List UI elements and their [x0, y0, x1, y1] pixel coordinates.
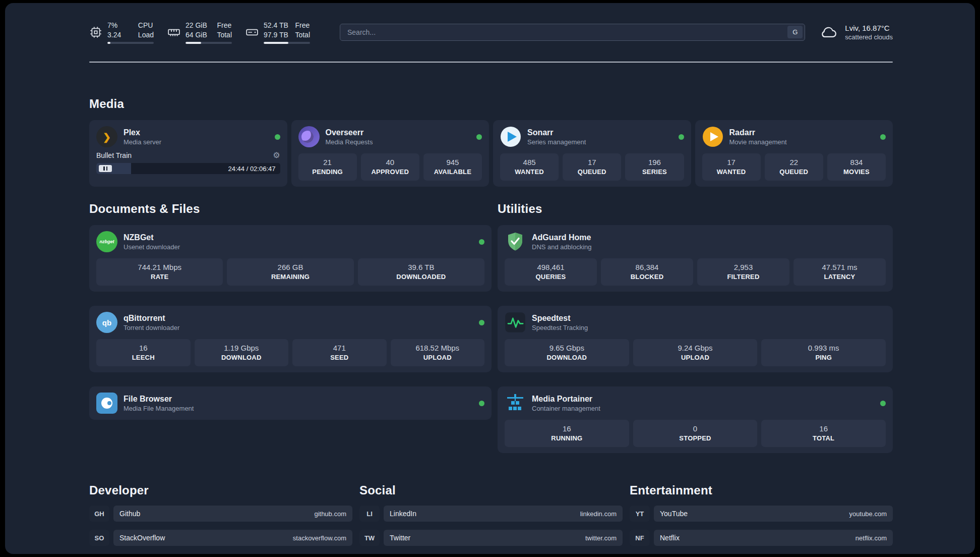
- stat-label: RUNNING: [507, 434, 627, 442]
- playback-progressbar[interactable]: 24:44 / 02:06:47: [96, 163, 280, 174]
- link-netflix[interactable]: NF Netflix netflix.com: [630, 530, 893, 546]
- stat-label: QUEUED: [565, 168, 619, 176]
- pause-button[interactable]: [99, 165, 112, 172]
- link-name: YouTube: [660, 510, 688, 518]
- stat-label: AVAILABLE: [425, 168, 480, 176]
- sonarr-card[interactable]: Sonarr Series management 485 WANTED 17 Q…: [493, 120, 691, 187]
- stat-label: BLOCKED: [603, 273, 691, 281]
- portainer-card[interactable]: Media Portainer Container management 16 …: [498, 386, 893, 453]
- stat-value: 47.571 ms: [795, 263, 884, 271]
- search-input[interactable]: [340, 24, 805, 41]
- link-stackoverflow[interactable]: SO StackOverflow stackoverflow.com: [89, 530, 352, 546]
- stat-label: APPROVED: [363, 168, 417, 176]
- portainer-header: Media Portainer Container management: [505, 393, 886, 414]
- radarr-card[interactable]: Radarr Movie management 17 WANTED 22 QUE…: [695, 120, 893, 187]
- ram-progressbar: [186, 42, 232, 44]
- stat-label: SERIES: [627, 168, 682, 176]
- qbittorrent-card[interactable]: qb qBittorrent Torrent downloader 16 LEE…: [89, 306, 492, 372]
- status-dot: [476, 134, 482, 140]
- status-dot: [275, 134, 280, 140]
- adguard-card[interactable]: AdGuard Home DNS and adblocking 498,461 …: [498, 225, 893, 292]
- stat-box: 945 AVAILABLE: [423, 153, 482, 181]
- disk-label-total: Total: [295, 30, 310, 39]
- link-linkedin[interactable]: LI LinkedIn linkedin.com: [359, 506, 623, 522]
- stat-value: 0: [635, 424, 756, 433]
- link-url: stackoverflow.com: [293, 534, 346, 542]
- stat-box: 1.19 Gbps DOWNLOAD: [195, 339, 289, 366]
- stat-value: 17: [704, 158, 759, 166]
- stat-value: 40: [363, 158, 417, 166]
- stat-value: 196: [627, 158, 682, 166]
- stat-box: 9.24 Gbps UPLOAD: [633, 339, 758, 366]
- netflix-icon: NF: [630, 530, 650, 546]
- qbittorrent-header: qb qBittorrent Torrent downloader: [96, 312, 484, 333]
- link-body: YouTube youtube.com: [654, 506, 893, 522]
- stat-box: 196 SERIES: [625, 153, 684, 181]
- stat-label: WANTED: [704, 168, 759, 176]
- ram-icon: [167, 26, 180, 39]
- app-name: Radarr: [729, 128, 787, 137]
- app-name: Media Portainer: [532, 395, 600, 404]
- stat-box: 22 QUEUED: [765, 153, 823, 181]
- playback-time: 24:44 / 02:06:47: [228, 165, 276, 173]
- cpu-load-average: 3.24: [107, 30, 121, 39]
- weather-location: Lviv, 16.87°C: [845, 24, 893, 32]
- search-engine-badge[interactable]: G: [787, 26, 803, 38]
- filebrowser-icon: [96, 393, 117, 414]
- stat-label: SEED: [294, 354, 385, 361]
- overseerr-card[interactable]: Overseerr Media Requests 21 PENDING 40 A…: [291, 120, 489, 187]
- stat-value: 618.52 Mbps: [393, 344, 483, 352]
- stat-value: 16: [507, 424, 627, 433]
- cpu-progressbar: [107, 42, 154, 44]
- link-body: StackOverflow stackoverflow.com: [113, 530, 352, 546]
- stat-label: DOWNLOAD: [197, 354, 287, 361]
- qbittorrent-icon: qb: [96, 312, 117, 333]
- topbar: 7% 3.24 CPU Load: [89, 20, 893, 44]
- app-name: Sonarr: [527, 128, 586, 137]
- stat-value: 22: [767, 158, 821, 166]
- link-name: Github: [119, 510, 140, 518]
- nzbget-icon-text: nzbget: [100, 239, 114, 244]
- stackoverflow-icon: SO: [89, 530, 109, 546]
- stat-value: 17: [565, 158, 619, 166]
- stat-value: 39.6 TB: [360, 263, 482, 271]
- stat-box: 471 SEED: [292, 339, 387, 366]
- stat-label: LEECH: [98, 354, 189, 361]
- link-url: youtube.com: [849, 510, 887, 518]
- link-github[interactable]: GH Github github.com: [89, 506, 352, 522]
- link-twitter[interactable]: TW Twitter twitter.com: [359, 530, 623, 546]
- nzbget-card[interactable]: nzbget NZBGet Usenet downloader 744.21 M…: [89, 225, 492, 292]
- qbittorrent-icon-text: qb: [102, 318, 111, 327]
- stat-box: 47.571 ms LATENCY: [793, 258, 886, 286]
- stat-label: QUEUED: [767, 168, 821, 176]
- app-desc: Media server: [124, 138, 161, 146]
- weather-condition: scattered clouds: [845, 33, 893, 41]
- stat-box: 744.21 Mbps RATE: [96, 258, 223, 286]
- section-developer: Developer GH Github github.com SO StackO…: [89, 483, 352, 554]
- plex-card[interactable]: ❯ Plex Media server Bullet Train ⚙︎ 24:4…: [89, 120, 287, 187]
- stat-box: 39.6 TB DOWNLOADED: [358, 258, 484, 286]
- filebrowser-card[interactable]: File Browser Media File Management: [89, 386, 492, 420]
- cpu-label-bottom: Load: [138, 30, 154, 39]
- link-youtube[interactable]: YT YouTube youtube.com: [630, 506, 893, 522]
- app-desc: Media Requests: [326, 138, 373, 146]
- gear-icon[interactable]: ⚙︎: [273, 151, 280, 159]
- status-dot: [479, 239, 484, 245]
- portainer-crane-icon: [505, 393, 526, 414]
- disk-total-value: 97.9 TB: [264, 30, 288, 39]
- stat-box: 9.65 Gbps DOWNLOAD: [505, 339, 629, 366]
- stat-box: 834 MOVIES: [827, 153, 886, 181]
- stat-label: PENDING: [300, 168, 355, 176]
- speedtest-card[interactable]: Speedtest Speedtest Tracking 9.65 Gbps D…: [498, 306, 893, 372]
- stat-box: 0.993 ms PING: [761, 339, 886, 366]
- link-body: Twitter twitter.com: [384, 530, 623, 546]
- nzbget-icon: nzbget: [96, 231, 117, 252]
- stat-value: 485: [502, 158, 557, 166]
- stat-label: FILTERED: [699, 273, 787, 281]
- stat-label: RATE: [98, 273, 221, 281]
- stat-box: 618.52 Mbps UPLOAD: [391, 339, 485, 366]
- stat-box: 86,384 BLOCKED: [601, 258, 693, 286]
- stat-box: 2,953 FILTERED: [697, 258, 789, 286]
- disk-icon: [246, 26, 259, 39]
- link-url: twitter.com: [585, 534, 617, 542]
